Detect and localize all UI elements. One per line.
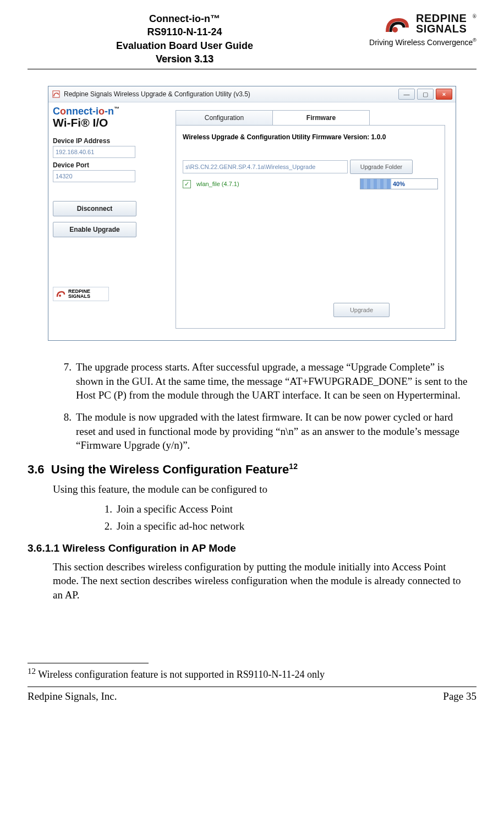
brand-tagline: Driving Wireless Convergence (369, 38, 473, 47)
window-close-button[interactable]: × (436, 89, 452, 100)
footer-company: Redpine Signals, Inc. (28, 690, 117, 702)
enable-upgrade-button[interactable]: Enable Upgrade (53, 222, 136, 237)
window-minimize-button[interactable]: — (398, 89, 415, 100)
file-checkbox[interactable]: ✓ (183, 180, 191, 188)
header-product: Connect-io-n™ (28, 12, 342, 25)
list-item: 2. Join a specific ad-hoc network (94, 519, 476, 533)
page-footer: Redpine Signals, Inc. Page 35 (28, 690, 476, 708)
mini-brand-box: REDPINE SIGNALS (53, 287, 109, 301)
device-port-input[interactable] (53, 170, 135, 182)
app-icon (52, 90, 61, 99)
list-item: 8. The module is now upgraded with the l… (53, 410, 476, 453)
brand-block: REDPINE SIGNALS ® Driving Wireless Conve… (342, 12, 476, 47)
firmware-tab-body: Wireless Upgrade & Configuration Utility… (176, 125, 445, 329)
tab-configuration[interactable]: Configuration (176, 110, 273, 126)
app-titlebar: Redpine Signals Wireless Upgrade & Confi… (48, 86, 456, 102)
list-item-text: The module is now upgraded with the late… (76, 410, 476, 453)
footer-rule (28, 687, 476, 687)
brand-text-bottom: SIGNALS (416, 23, 467, 35)
right-panel: Configuration Firmware Wireless Upgrade … (148, 102, 456, 340)
footnote: 12 Wireless configuration feature is not… (28, 666, 476, 681)
upgrade-progress-bar: 40% (360, 178, 438, 189)
disconnect-button[interactable]: Disconnect (53, 201, 136, 216)
header-rule (28, 69, 476, 69)
footer-page-number: Page 35 (443, 690, 476, 702)
document-body: 7. The upgrade process starts. After suc… (28, 360, 476, 681)
device-port-label: Device Port (53, 161, 144, 169)
file-name-label: wlan_file (4.7.1) (196, 181, 239, 187)
list-item-text: The upgrade process starts. After succes… (76, 360, 476, 402)
upgrade-progress-label: 40% (360, 179, 437, 189)
tab-firmware[interactable]: Firmware (272, 110, 370, 126)
subsection-body: This section describes wireless configur… (53, 560, 476, 602)
header-title-block: Connect-io-n™ RS9110-N-11-24 Evaluation … (28, 12, 342, 66)
device-ip-label: Device IP Address (53, 137, 144, 145)
left-panel: Connect-io-n™ Wi-Fi® I/O Device IP Addre… (48, 102, 148, 340)
section-heading: 3.6 Using the Wireless Configuration Fea… (28, 461, 476, 478)
app-window: Redpine Signals Wireless Upgrade & Confi… (48, 86, 456, 341)
upgrade-folder-button[interactable]: Upgrade Folder (350, 160, 413, 174)
connection-logo: Connect-io-n™ Wi-Fi® I/O (53, 106, 144, 129)
brand-reg-mark: ® (472, 13, 476, 19)
list-item: 7. The upgrade process starts. After suc… (53, 360, 476, 402)
footnote-rule (28, 663, 149, 663)
list-item-number: 8. (53, 410, 76, 453)
firmware-version-label: Wireless Upgrade & Configuration Utility… (183, 133, 438, 141)
section-intro: Using this feature, the module can be co… (53, 482, 476, 497)
header-version: Version 3.13 (156, 52, 213, 66)
connection-logo-subtitle: Wi-Fi® I/O (53, 116, 144, 129)
footnote-ref: 12 (289, 462, 298, 471)
upgrade-button[interactable]: Upgrade (333, 303, 390, 317)
subsection-heading: 3.6.1.1 Wireless Configuration in AP Mod… (28, 541, 476, 555)
device-ip-input[interactable] (53, 146, 135, 158)
brand-glyph-icon (384, 13, 412, 36)
header-guide: Evaluation Board User Guide (28, 39, 342, 52)
page-header: Connect-io-n™ RS9110-N-11-24 Evaluation … (28, 12, 476, 66)
tab-bar: Configuration Firmware (176, 110, 450, 126)
list-item: 1. Join a specific Access Point (94, 502, 476, 516)
svg-point-2 (59, 295, 61, 297)
app-title: Redpine Signals Wireless Upgrade & Confi… (64, 90, 396, 98)
header-model: RS9110-N-11-24 (28, 25, 342, 39)
list-item-number: 7. (53, 360, 76, 402)
mini-brand-icon (56, 290, 66, 298)
svg-point-0 (392, 27, 398, 32)
window-maximize-button[interactable]: ▢ (417, 89, 434, 100)
brand-tagline-reg: ® (473, 37, 476, 43)
upgrade-path-input[interactable] (183, 160, 348, 173)
